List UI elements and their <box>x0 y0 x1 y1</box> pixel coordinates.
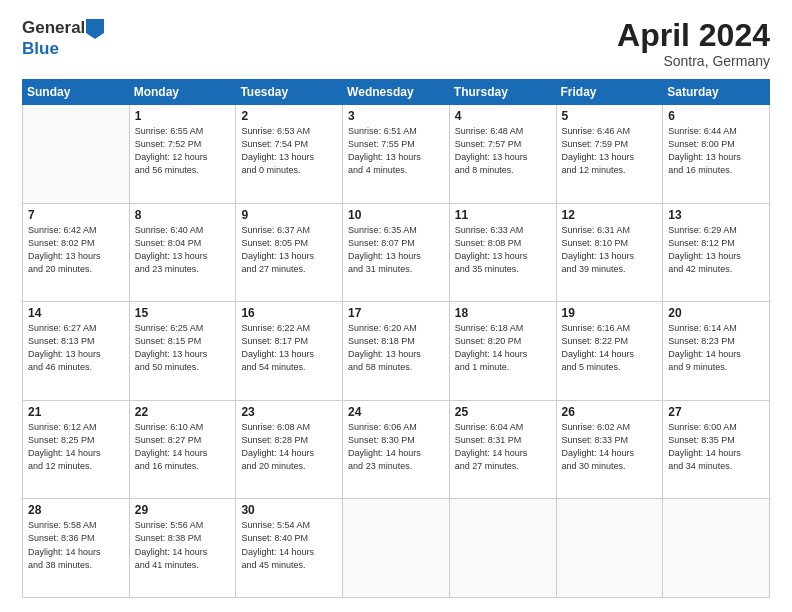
day-number: 23 <box>241 405 337 419</box>
table-row: 27Sunrise: 6:00 AMSunset: 8:35 PMDayligh… <box>663 400 770 499</box>
page: General Blue April 2024 Sontra, Germany … <box>0 0 792 612</box>
day-info: Sunrise: 6:10 AMSunset: 8:27 PMDaylight:… <box>135 421 231 473</box>
day-info: Sunrise: 6:53 AMSunset: 7:54 PMDaylight:… <box>241 125 337 177</box>
table-row <box>23 105 130 204</box>
day-number: 25 <box>455 405 551 419</box>
day-number: 27 <box>668 405 764 419</box>
table-row: 11Sunrise: 6:33 AMSunset: 8:08 PMDayligh… <box>449 203 556 302</box>
day-info: Sunrise: 6:35 AMSunset: 8:07 PMDaylight:… <box>348 224 444 276</box>
table-row: 2Sunrise: 6:53 AMSunset: 7:54 PMDaylight… <box>236 105 343 204</box>
day-info: Sunrise: 6:48 AMSunset: 7:57 PMDaylight:… <box>455 125 551 177</box>
day-info: Sunrise: 5:58 AMSunset: 8:36 PMDaylight:… <box>28 519 124 571</box>
day-number: 13 <box>668 208 764 222</box>
logo-general: General <box>22 18 85 37</box>
table-row: 8Sunrise: 6:40 AMSunset: 8:04 PMDaylight… <box>129 203 236 302</box>
day-info: Sunrise: 6:06 AMSunset: 8:30 PMDaylight:… <box>348 421 444 473</box>
title-block: April 2024 Sontra, Germany <box>617 18 770 69</box>
day-info: Sunrise: 6:25 AMSunset: 8:15 PMDaylight:… <box>135 322 231 374</box>
table-row: 21Sunrise: 6:12 AMSunset: 8:25 PMDayligh… <box>23 400 130 499</box>
table-row <box>343 499 450 598</box>
table-row: 25Sunrise: 6:04 AMSunset: 8:31 PMDayligh… <box>449 400 556 499</box>
day-number: 28 <box>28 503 124 517</box>
day-number: 11 <box>455 208 551 222</box>
day-number: 5 <box>562 109 658 123</box>
table-row: 4Sunrise: 6:48 AMSunset: 7:57 PMDaylight… <box>449 105 556 204</box>
header-thursday: Thursday <box>449 80 556 105</box>
table-row: 24Sunrise: 6:06 AMSunset: 8:30 PMDayligh… <box>343 400 450 499</box>
table-row: 10Sunrise: 6:35 AMSunset: 8:07 PMDayligh… <box>343 203 450 302</box>
table-row: 3Sunrise: 6:51 AMSunset: 7:55 PMDaylight… <box>343 105 450 204</box>
day-info: Sunrise: 6:08 AMSunset: 8:28 PMDaylight:… <box>241 421 337 473</box>
table-row: 16Sunrise: 6:22 AMSunset: 8:17 PMDayligh… <box>236 302 343 401</box>
header-monday: Monday <box>129 80 236 105</box>
day-number: 3 <box>348 109 444 123</box>
day-number: 8 <box>135 208 231 222</box>
table-row: 29Sunrise: 5:56 AMSunset: 8:38 PMDayligh… <box>129 499 236 598</box>
table-row <box>556 499 663 598</box>
day-info: Sunrise: 6:04 AMSunset: 8:31 PMDaylight:… <box>455 421 551 473</box>
table-row: 9Sunrise: 6:37 AMSunset: 8:05 PMDaylight… <box>236 203 343 302</box>
day-number: 19 <box>562 306 658 320</box>
table-row: 18Sunrise: 6:18 AMSunset: 8:20 PMDayligh… <box>449 302 556 401</box>
day-number: 12 <box>562 208 658 222</box>
day-info: Sunrise: 6:31 AMSunset: 8:10 PMDaylight:… <box>562 224 658 276</box>
logo-blue: Blue <box>22 39 105 59</box>
day-info: Sunrise: 6:37 AMSunset: 8:05 PMDaylight:… <box>241 224 337 276</box>
day-info: Sunrise: 5:54 AMSunset: 8:40 PMDaylight:… <box>241 519 337 571</box>
day-number: 14 <box>28 306 124 320</box>
table-row: 26Sunrise: 6:02 AMSunset: 8:33 PMDayligh… <box>556 400 663 499</box>
table-row: 15Sunrise: 6:25 AMSunset: 8:15 PMDayligh… <box>129 302 236 401</box>
calendar-table: Sunday Monday Tuesday Wednesday Thursday… <box>22 79 770 598</box>
header-saturday: Saturday <box>663 80 770 105</box>
day-info: Sunrise: 6:55 AMSunset: 7:52 PMDaylight:… <box>135 125 231 177</box>
day-number: 26 <box>562 405 658 419</box>
day-info: Sunrise: 6:42 AMSunset: 8:02 PMDaylight:… <box>28 224 124 276</box>
day-number: 22 <box>135 405 231 419</box>
header-sunday: Sunday <box>23 80 130 105</box>
day-info: Sunrise: 6:51 AMSunset: 7:55 PMDaylight:… <box>348 125 444 177</box>
day-number: 18 <box>455 306 551 320</box>
day-number: 29 <box>135 503 231 517</box>
table-row: 14Sunrise: 6:27 AMSunset: 8:13 PMDayligh… <box>23 302 130 401</box>
table-row: 6Sunrise: 6:44 AMSunset: 8:00 PMDaylight… <box>663 105 770 204</box>
header: General Blue April 2024 Sontra, Germany <box>22 18 770 69</box>
week-row-5: 28Sunrise: 5:58 AMSunset: 8:36 PMDayligh… <box>23 499 770 598</box>
day-info: Sunrise: 6:33 AMSunset: 8:08 PMDaylight:… <box>455 224 551 276</box>
day-info: Sunrise: 5:56 AMSunset: 8:38 PMDaylight:… <box>135 519 231 571</box>
day-info: Sunrise: 6:18 AMSunset: 8:20 PMDaylight:… <box>455 322 551 374</box>
calendar-header-row: Sunday Monday Tuesday Wednesday Thursday… <box>23 80 770 105</box>
day-number: 30 <box>241 503 337 517</box>
day-number: 9 <box>241 208 337 222</box>
day-info: Sunrise: 6:02 AMSunset: 8:33 PMDaylight:… <box>562 421 658 473</box>
table-row: 1Sunrise: 6:55 AMSunset: 7:52 PMDaylight… <box>129 105 236 204</box>
day-number: 10 <box>348 208 444 222</box>
table-row: 23Sunrise: 6:08 AMSunset: 8:28 PMDayligh… <box>236 400 343 499</box>
day-info: Sunrise: 6:22 AMSunset: 8:17 PMDaylight:… <box>241 322 337 374</box>
header-friday: Friday <box>556 80 663 105</box>
day-number: 4 <box>455 109 551 123</box>
day-info: Sunrise: 6:00 AMSunset: 8:35 PMDaylight:… <box>668 421 764 473</box>
table-row: 12Sunrise: 6:31 AMSunset: 8:10 PMDayligh… <box>556 203 663 302</box>
table-row: 19Sunrise: 6:16 AMSunset: 8:22 PMDayligh… <box>556 302 663 401</box>
day-info: Sunrise: 6:40 AMSunset: 8:04 PMDaylight:… <box>135 224 231 276</box>
day-info: Sunrise: 6:12 AMSunset: 8:25 PMDaylight:… <box>28 421 124 473</box>
table-row: 28Sunrise: 5:58 AMSunset: 8:36 PMDayligh… <box>23 499 130 598</box>
week-row-3: 14Sunrise: 6:27 AMSunset: 8:13 PMDayligh… <box>23 302 770 401</box>
logo: General Blue <box>22 18 105 58</box>
day-number: 2 <box>241 109 337 123</box>
day-number: 15 <box>135 306 231 320</box>
day-number: 1 <box>135 109 231 123</box>
table-row: 30Sunrise: 5:54 AMSunset: 8:40 PMDayligh… <box>236 499 343 598</box>
day-number: 21 <box>28 405 124 419</box>
table-row <box>449 499 556 598</box>
day-number: 16 <box>241 306 337 320</box>
week-row-1: 1Sunrise: 6:55 AMSunset: 7:52 PMDaylight… <box>23 105 770 204</box>
day-info: Sunrise: 6:16 AMSunset: 8:22 PMDaylight:… <box>562 322 658 374</box>
month-year: April 2024 <box>617 18 770 53</box>
table-row: 5Sunrise: 6:46 AMSunset: 7:59 PMDaylight… <box>556 105 663 204</box>
day-number: 7 <box>28 208 124 222</box>
day-number: 17 <box>348 306 444 320</box>
location: Sontra, Germany <box>617 53 770 69</box>
header-tuesday: Tuesday <box>236 80 343 105</box>
week-row-4: 21Sunrise: 6:12 AMSunset: 8:25 PMDayligh… <box>23 400 770 499</box>
